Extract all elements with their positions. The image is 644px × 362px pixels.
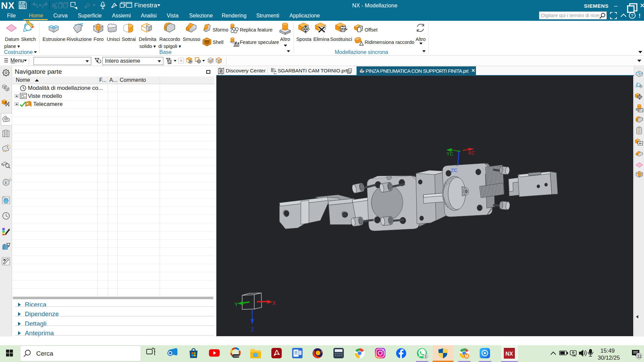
svg-text:Cerca: Cerca (36, 350, 53, 357)
svg-text:15:49: 15:49 (600, 348, 615, 354)
svg-text:1: 1 (425, 355, 427, 358)
svg-text:M: M (465, 354, 469, 359)
svg-text:NX: NX (505, 351, 513, 357)
svg-text:!: ! (639, 13, 641, 19)
svg-text:XC: XC (468, 150, 475, 156)
svg-text:ZC: ZC (451, 167, 458, 173)
svg-text:i: i (5, 180, 7, 185)
svg-text:Y: Y (234, 302, 238, 307)
svg-text:P=: P= (639, 109, 643, 112)
svg-text:Z: Z (251, 327, 254, 333)
svg-text:?: ? (631, 13, 633, 18)
svg-text:YC: YC (446, 151, 453, 157)
svg-text:Finestra: Finestra (134, 2, 157, 9)
svg-text:11: 11 (637, 354, 642, 359)
svg-text:30/12/25: 30/12/25 (598, 355, 620, 361)
svg-text:Menu: Menu (10, 58, 24, 63)
svg-text:X: X (272, 300, 276, 306)
svg-text:M365: M365 (233, 355, 239, 357)
